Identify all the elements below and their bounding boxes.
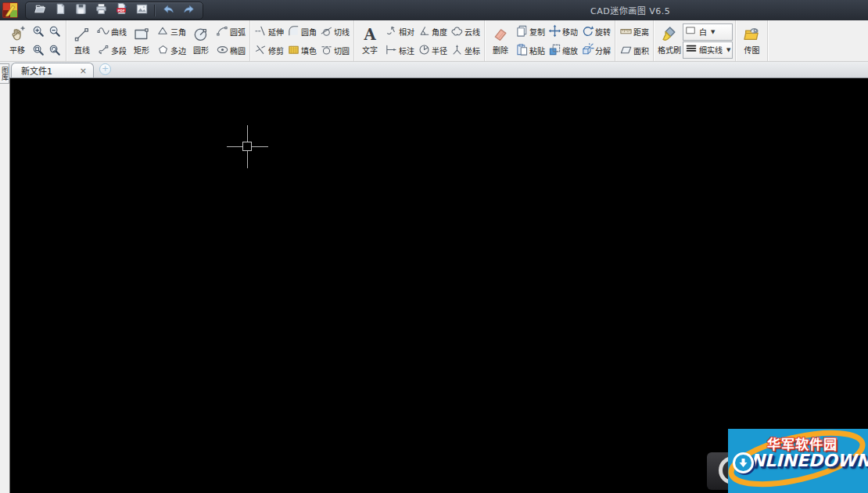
pan-hand-icon: [9, 26, 26, 46]
tool-label: 角度: [432, 26, 447, 38]
partial-ring-icon: [719, 456, 728, 484]
polygon-icon: [156, 43, 170, 58]
sidebar-tab-library[interactable]: 图库: [0, 63, 9, 84]
main-toolbar: 平移直线曲线多段矩形三角多边圆形圆弧椭圆延伸修剪圆角填色切线切圆A文字相对标注角…: [0, 20, 868, 62]
tool-label: 距离: [633, 26, 649, 38]
tool-label: 椭圆: [230, 45, 246, 56]
tool-explode[interactable]: 分解: [579, 41, 612, 59]
linetype-icon: [685, 44, 698, 56]
tool-format-painter[interactable]: 格式刷: [656, 21, 683, 60]
tool-label: 平移: [9, 46, 25, 56]
zoom-window-icon: [32, 44, 45, 57]
tool-move[interactable]: 移动: [547, 23, 579, 41]
brush-icon: [661, 26, 678, 46]
tool-coordinate[interactable]: 坐标: [449, 41, 482, 59]
redo-button[interactable]: [178, 3, 199, 18]
tool-zoom-extents[interactable]: [48, 44, 62, 57]
tool-scale[interactable]: 缩放: [547, 41, 579, 59]
drawing-canvas[interactable]: 华军软件园 ONLINEDOWN.NET: [10, 78, 868, 493]
tool-text[interactable]: A文字: [357, 21, 383, 60]
ellipse-icon: [216, 43, 229, 58]
t-open-icon: [34, 2, 47, 19]
save-button[interactable]: [70, 3, 91, 18]
tool-angle[interactable]: 角度: [416, 23, 449, 41]
tool-delete[interactable]: 删除: [487, 21, 514, 60]
tool-color-select[interactable]: 白▼: [683, 23, 733, 41]
tool-ellipse[interactable]: 椭圆: [214, 41, 247, 59]
tool-zoom-in[interactable]: [32, 25, 45, 38]
arc-icon: [216, 24, 229, 39]
new-tab-button[interactable]: +: [99, 63, 111, 75]
toolbar-group-1: 直线曲线多段矩形三角多边圆形圆弧椭圆: [66, 20, 250, 61]
tool-zoom-out[interactable]: [48, 25, 62, 38]
toolbar-group-0: 平移: [2, 20, 66, 61]
tool-fillet[interactable]: 圆角: [285, 23, 318, 41]
tool-transfer-image[interactable]: 传图: [738, 21, 765, 60]
zoom-extents-icon: [48, 44, 62, 57]
tool-tangent-line[interactable]: 切线: [318, 23, 351, 41]
tool-fill-color[interactable]: 填色: [285, 41, 318, 59]
tool-arc[interactable]: 圆弧: [214, 23, 247, 41]
tool-rotate[interactable]: 旋转: [579, 23, 612, 41]
tool-tangent-circle[interactable]: 切圆: [318, 41, 351, 59]
extend-icon: [254, 24, 267, 39]
tool-zoom-window[interactable]: [32, 44, 45, 57]
text-a-icon: A: [361, 26, 378, 46]
t-pdf-icon: PDF: [115, 2, 128, 19]
tool-label: 修剪: [268, 45, 284, 56]
tool-label: 云线: [464, 26, 480, 38]
scale-icon: [548, 43, 561, 58]
new-button[interactable]: [50, 3, 70, 18]
t-undo-icon: [162, 2, 175, 19]
app-logo-icon: [2, 2, 18, 18]
tool-dimension[interactable]: 标注: [383, 41, 416, 59]
tool-polyline[interactable]: 多段: [95, 41, 128, 59]
trim-icon: [254, 43, 267, 58]
tool-paste[interactable]: 粘贴: [514, 41, 547, 59]
tool-distance[interactable]: 距离: [618, 23, 651, 41]
tool-linetype-select[interactable]: 细实线▼: [683, 41, 733, 59]
dropdown-caret-icon[interactable]: ▼: [726, 47, 730, 53]
export-pdf-button[interactable]: PDF: [111, 3, 131, 18]
tool-extend[interactable]: 延伸: [253, 23, 285, 41]
area-icon: [619, 43, 633, 58]
tool-pan[interactable]: 平移: [4, 21, 30, 60]
tab-document[interactable]: 新文件1 ×: [11, 63, 94, 77]
partial-logo-background: [707, 452, 728, 490]
zoom-out-icon: [48, 25, 62, 38]
tool-trim[interactable]: 修剪: [253, 41, 285, 59]
tool-radius[interactable]: 半径: [416, 41, 449, 59]
copy-icon: [515, 24, 529, 39]
tool-circle[interactable]: 圆形: [188, 21, 214, 60]
tool-curve[interactable]: 曲线: [95, 23, 128, 41]
transfer-icon: [743, 26, 760, 46]
watermark: 华军软件园 ONLINEDOWN.NET: [728, 429, 868, 493]
tool-revision-cloud[interactable]: 云线: [449, 23, 482, 41]
tool-triangle[interactable]: 三角: [155, 23, 188, 41]
svg-text:A: A: [363, 26, 376, 43]
tool-copy[interactable]: 复制: [514, 23, 547, 41]
tool-label: 面积: [633, 45, 649, 56]
coordinate-icon: [450, 43, 464, 58]
export-image-button[interactable]: [131, 3, 152, 18]
toolbar-group-3: A文字相对标注角度半径云线坐标: [354, 20, 485, 61]
tool-label: 标注: [399, 45, 414, 56]
tool-label: 切线: [334, 26, 350, 38]
print-button[interactable]: [91, 3, 111, 18]
tool-polygon[interactable]: 多边: [155, 41, 188, 59]
tool-rectangle[interactable]: 矩形: [128, 21, 155, 60]
zoom-in-icon: [32, 25, 45, 38]
tool-label: 延伸: [268, 26, 284, 38]
circle-icon: [192, 26, 210, 46]
relative-icon: [385, 24, 398, 39]
tool-label: 圆弧: [230, 26, 246, 38]
tool-line[interactable]: 直线: [69, 21, 95, 60]
undo-button[interactable]: [158, 3, 178, 18]
dropdown-caret-icon[interactable]: ▼: [711, 29, 715, 35]
distance-icon: [619, 24, 633, 39]
tool-area[interactable]: 面积: [618, 41, 651, 59]
tab-close-icon[interactable]: ×: [77, 67, 89, 75]
tool-relative[interactable]: 相对: [383, 23, 416, 41]
open-button[interactable]: [30, 3, 50, 18]
quick-access-toolbar: PDF: [25, 2, 203, 20]
